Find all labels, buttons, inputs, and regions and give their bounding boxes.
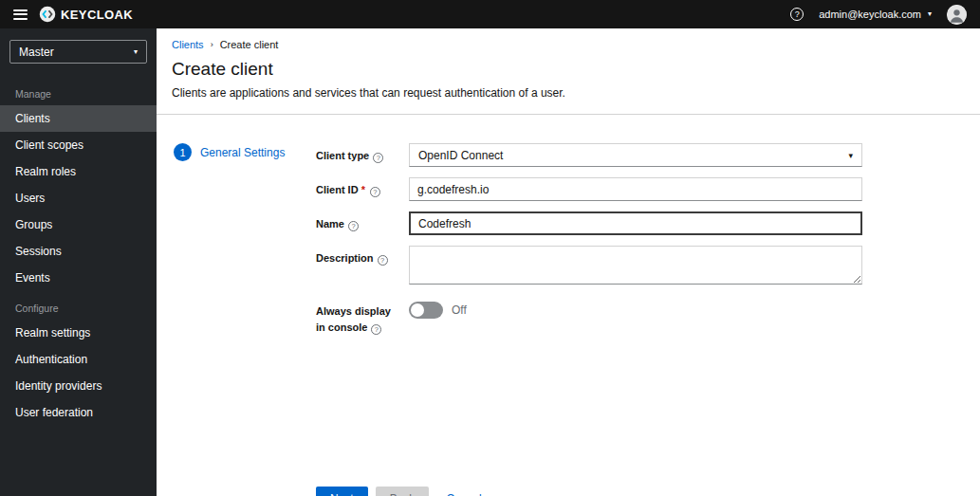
name-label: Name?: [316, 211, 409, 235]
client-type-select[interactable]: OpenID Connect ▾: [409, 143, 862, 167]
sidebar-item-realm-settings[interactable]: Realm settings: [0, 320, 157, 346]
always-display-toggle[interactable]: [409, 302, 443, 319]
sidebar-item-authentication[interactable]: Authentication: [0, 346, 157, 373]
client-id-row: Client ID*?: [316, 177, 862, 201]
user-avatar-icon[interactable]: [947, 5, 967, 25]
main-content: Clients › Create client Create client Cl…: [157, 28, 980, 496]
cancel-button[interactable]: Cancel: [442, 487, 485, 496]
description-row: Description?: [316, 246, 862, 288]
help-icon[interactable]: ?: [790, 8, 804, 21]
wizard-content: 1 General Settings Client type? OpenID C…: [157, 115, 980, 496]
sidebar-item-users[interactable]: Users: [0, 185, 157, 211]
realm-selector[interactable]: Master ▾: [9, 40, 147, 64]
user-email: admin@keycloak.com: [819, 9, 921, 20]
client-type-selected-value: OpenID Connect: [418, 149, 503, 162]
always-display-toggle-wrap: Off: [409, 299, 862, 319]
caret-down-icon: ▾: [848, 151, 853, 160]
next-button[interactable]: Next: [316, 487, 368, 496]
user-dropdown[interactable]: admin@keycloak.com ▾: [819, 9, 932, 20]
sidebar-item-sessions[interactable]: Sessions: [0, 238, 157, 265]
breadcrumb-separator-icon: ›: [211, 40, 213, 49]
caret-down-icon: ▾: [134, 48, 138, 56]
keycloak-admin-console: KEYCLOAK ? admin@keycloak.com ▾ Master ▾…: [0, 0, 980, 496]
page-subtitle: Clients are applications and services th…: [172, 86, 965, 100]
always-display-row: Always display in console? Off: [316, 299, 862, 335]
sidebar-item-clients[interactable]: Clients: [0, 105, 157, 132]
name-row: Name?: [316, 211, 862, 235]
required-indicator: *: [361, 184, 365, 195]
caret-down-icon: ▾: [928, 10, 932, 18]
breadcrumb: Clients › Create client: [172, 39, 965, 50]
keycloak-brand[interactable]: KEYCLOAK: [39, 6, 133, 23]
header-toolbar: ? admin@keycloak.com ▾: [790, 5, 967, 25]
page-title: Create client: [172, 59, 965, 80]
step-number-badge: 1: [174, 143, 192, 161]
name-input[interactable]: [409, 211, 862, 235]
nav-group-configure: Configure: [0, 291, 157, 320]
sidebar-item-user-federation[interactable]: User federation: [0, 399, 157, 426]
sidebar-item-events[interactable]: Events: [0, 265, 157, 291]
client-type-row: Client type? OpenID Connect ▾: [316, 143, 862, 167]
keycloak-logo-icon: [39, 6, 56, 23]
wizard-step-general-settings[interactable]: 1 General Settings: [174, 143, 316, 161]
client-id-label: Client ID*?: [316, 177, 409, 201]
question-circle-icon[interactable]: ?: [371, 324, 381, 335]
question-circle-icon[interactable]: ?: [348, 221, 359, 231]
toggle-state-label: Off: [452, 303, 467, 317]
question-circle-icon[interactable]: ?: [370, 187, 380, 197]
always-display-label: Always display in console?: [316, 299, 409, 335]
client-id-input[interactable]: [409, 177, 862, 201]
description-label: Description?: [316, 246, 409, 288]
realm-selector-value: Master: [19, 46, 54, 59]
sidebar-item-realm-roles[interactable]: Realm roles: [0, 158, 157, 185]
hamburger-menu-icon[interactable]: [13, 9, 28, 20]
sidebar-nav: Master ▾ Manage Clients Client scopes Re…: [0, 28, 157, 496]
sidebar-item-client-scopes[interactable]: Client scopes: [0, 132, 157, 158]
page-header: Clients › Create client Create client Cl…: [157, 28, 980, 115]
description-textarea[interactable]: [409, 246, 862, 285]
wizard-actions: Next Back Cancel: [316, 487, 862, 496]
wizard-steps: 1 General Settings: [157, 143, 316, 496]
breadcrumb-current: Create client: [220, 39, 279, 50]
sidebar-item-identity-providers[interactable]: Identity providers: [0, 373, 157, 399]
client-type-label: Client type?: [316, 143, 409, 167]
question-circle-icon[interactable]: ?: [378, 255, 388, 266]
create-client-form: Client type? OpenID Connect ▾ Client ID*…: [316, 143, 862, 496]
back-button[interactable]: Back: [376, 487, 430, 496]
breadcrumb-link-clients[interactable]: Clients: [172, 39, 204, 50]
question-circle-icon[interactable]: ?: [373, 153, 383, 163]
sidebar-item-groups[interactable]: Groups: [0, 211, 157, 238]
step-label: General Settings: [200, 146, 285, 159]
masthead: KEYCLOAK ? admin@keycloak.com ▾: [0, 0, 980, 28]
nav-group-manage: Manage: [0, 77, 157, 105]
brand-wordmark: KEYCLOAK: [61, 8, 133, 22]
